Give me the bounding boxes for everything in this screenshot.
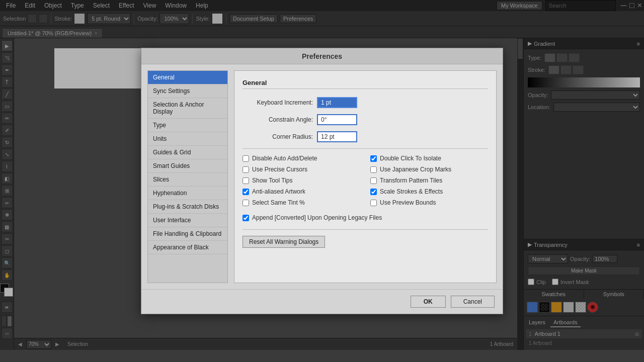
check-japanese-crop: Use Japanese Crop Marks	[370, 166, 488, 173]
pref-checkbox-grid: Disable Auto Add/Delete Double Click To …	[243, 155, 488, 206]
keyboard-increment-row: Keyboard Increment:	[243, 97, 488, 108]
pref-title-bar: Preferences	[141, 48, 503, 64]
keyboard-increment-label: Keyboard Increment:	[243, 99, 313, 106]
pref-section-title: General	[243, 79, 488, 89]
label-scale-strokes: Scale Strokes & Effects	[380, 188, 443, 195]
ok-button[interactable]: OK	[411, 296, 446, 308]
pref-divider-2	[243, 229, 488, 230]
check-select-same: Select Same Tint %	[243, 199, 360, 206]
pref-main-content: General Keyboard Increment: Constrain An…	[234, 70, 497, 283]
keyboard-increment-input[interactable]	[317, 97, 357, 108]
label-japanese-crop: Use Japanese Crop Marks	[380, 166, 451, 173]
label-select-same: Select Same Tint %	[252, 199, 305, 206]
cb-disable-auto[interactable]	[243, 155, 249, 162]
pref-footer: OK Cancel	[141, 289, 503, 314]
preferences-dialog: Preferences General Sync Settings Select…	[141, 48, 503, 314]
cb-anti-aliased[interactable]	[243, 189, 249, 195]
label-append-converted: Append [Converted] Upon Opening Legacy F…	[252, 214, 382, 221]
nav-file-handling[interactable]: File Handling & Clipboard	[148, 227, 227, 241]
check-transform-pattern: Transform Pattern Tiles	[370, 177, 488, 184]
cb-append-converted[interactable]	[243, 215, 249, 221]
nav-slices[interactable]: Slices	[148, 173, 227, 187]
pref-body: General Sync Settings Selection & Anchor…	[141, 64, 503, 289]
cb-select-same[interactable]	[243, 200, 249, 206]
label-double-click: Double Click To Isolate	[380, 155, 441, 162]
nav-guides-grid[interactable]: Guides & Grid	[148, 146, 227, 159]
pref-title: Preferences	[302, 52, 342, 60]
corner-radius-input[interactable]	[317, 131, 357, 142]
nav-hyphenation[interactable]: Hyphenation	[148, 187, 227, 200]
pref-sidebar: General Sync Settings Selection & Anchor…	[147, 70, 228, 283]
nav-plugins[interactable]: Plug-ins & Scratch Disks	[148, 200, 227, 214]
cb-show-tooltips[interactable]	[243, 177, 249, 184]
nav-general[interactable]: General	[148, 71, 227, 84]
check-append-converted: Append [Converted] Upon Opening Legacy F…	[243, 214, 488, 221]
reset-warning-dialogs-button[interactable]: Reset All Warning Dialogs	[243, 236, 325, 248]
label-preview-bounds: Use Preview Bounds	[380, 199, 436, 206]
label-transform-pattern: Transform Pattern Tiles	[380, 177, 442, 184]
corner-radius-label: Corner Radius:	[243, 133, 313, 140]
nav-smart-guides[interactable]: Smart Guides	[148, 159, 227, 173]
label-precise-cursors: Use Precise Cursors	[252, 166, 307, 173]
check-precise-cursors: Use Precise Cursors	[243, 166, 360, 173]
nav-sync-settings[interactable]: Sync Settings	[148, 84, 227, 98]
nav-selection-anchor[interactable]: Selection & Anchor Display	[148, 98, 227, 119]
nav-units[interactable]: Units	[148, 132, 227, 146]
nav-appearance-black[interactable]: Appearance of Black	[148, 241, 227, 254]
cb-preview-bounds[interactable]	[370, 200, 377, 206]
check-preview-bounds: Use Preview Bounds	[370, 199, 488, 206]
modal-backdrop: Preferences General Sync Settings Select…	[0, 0, 644, 362]
cb-precise-cursors[interactable]	[243, 166, 249, 173]
check-scale-strokes: Scale Strokes & Effects	[370, 188, 488, 195]
cb-scale-strokes[interactable]	[370, 189, 377, 195]
constrain-angle-input[interactable]	[317, 114, 357, 125]
cb-japanese-crop[interactable]	[370, 166, 377, 173]
pref-divider	[243, 148, 488, 149]
check-show-tooltips: Show Tool Tips	[243, 177, 360, 184]
cancel-button[interactable]: Cancel	[451, 296, 495, 308]
nav-type[interactable]: Type	[148, 119, 227, 132]
check-double-click: Double Click To Isolate	[370, 155, 488, 162]
corner-radius-row: Corner Radius:	[243, 131, 488, 142]
label-anti-aliased: Anti-aliased Artwork	[252, 188, 305, 195]
label-disable-auto: Disable Auto Add/Delete	[252, 155, 317, 162]
check-anti-aliased: Anti-aliased Artwork	[243, 188, 360, 195]
cb-transform-pattern[interactable]	[370, 177, 377, 184]
constrain-angle-label: Constrain Angle:	[243, 116, 313, 123]
cb-double-click[interactable]	[370, 155, 377, 162]
check-disable-auto: Disable Auto Add/Delete	[243, 155, 360, 162]
nav-user-interface[interactable]: User Interface	[148, 214, 227, 227]
constrain-angle-row: Constrain Angle:	[243, 114, 488, 125]
label-show-tooltips: Show Tool Tips	[252, 177, 293, 184]
